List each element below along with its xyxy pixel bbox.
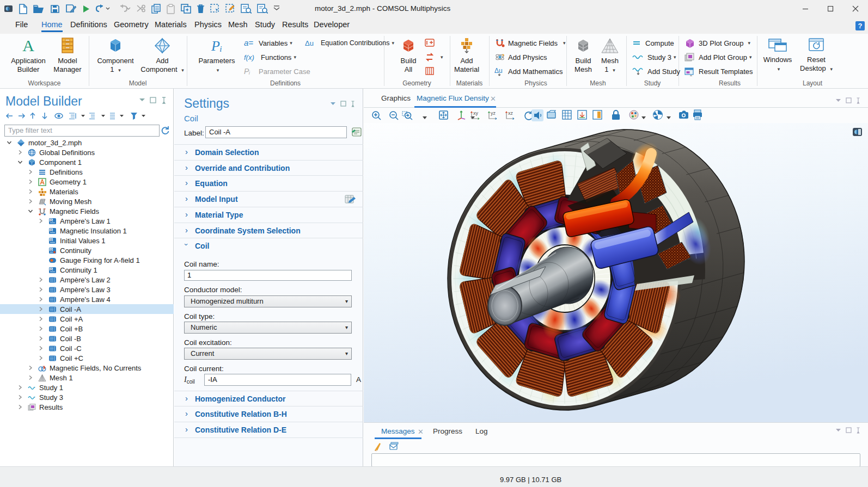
svg-text:yz: yz [491, 110, 496, 116]
svg-text:D: D [50, 248, 53, 251]
svg-text:D: D [50, 219, 53, 222]
svg-text:D: D [50, 238, 53, 242]
svg-text:xy: xy [473, 110, 479, 116]
svg-text:D: D [50, 229, 53, 232]
svg-text:D: D [50, 268, 53, 271]
svg-text:Δu: Δu [494, 67, 503, 75]
svg-text:xz: xz [508, 110, 514, 116]
